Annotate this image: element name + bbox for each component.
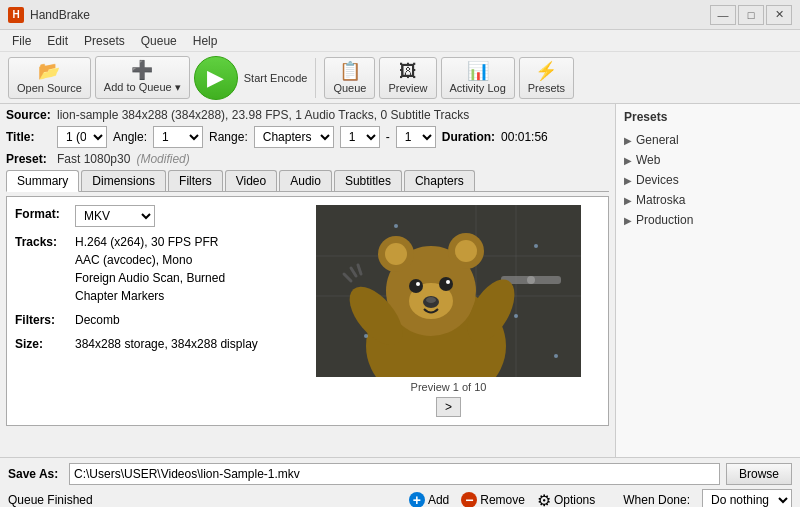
size-label: Size:	[15, 335, 75, 351]
svg-point-29	[534, 244, 538, 248]
to-chapter-dropdown[interactable]: 1	[396, 126, 436, 148]
source-row: Source: lion-sample 384x288 (384x288), 2…	[6, 108, 609, 122]
minimize-button[interactable]: —	[710, 5, 736, 25]
menu-edit[interactable]: Edit	[39, 32, 76, 50]
preview-image	[316, 205, 581, 377]
preset-arrow-devices: ▶	[624, 175, 632, 186]
open-source-label: Open Source	[17, 82, 82, 94]
preset-label-matroska: Matroska	[636, 193, 685, 207]
svg-point-13	[455, 240, 477, 262]
bottom-actions: + Add − Remove ⚙ Options When Done: Do n…	[409, 489, 792, 507]
options-label: Options	[554, 493, 595, 507]
preview-nav: >	[436, 397, 461, 417]
title-field-label: Title:	[6, 130, 51, 144]
queue-icon: 📋	[339, 62, 361, 80]
menu-presets[interactable]: Presets	[76, 32, 133, 50]
title-bar-buttons: — □ ✕	[710, 5, 792, 25]
source-value: lion-sample 384x288 (384x288), 23.98 FPS…	[57, 108, 469, 122]
queue-label: Queue	[333, 82, 366, 94]
svg-point-17	[416, 282, 420, 286]
open-source-icon: 📂	[38, 62, 60, 80]
track-line-3: Foreign Audio Scan, Burned	[75, 269, 285, 287]
title-dropdown[interactable]: 1 (00:01:56)	[57, 126, 107, 148]
to-separator: -	[386, 130, 390, 144]
size-row: Size: 384x288 storage, 384x288 display	[15, 335, 285, 353]
svg-point-12	[385, 243, 407, 265]
browse-button[interactable]: Browse	[726, 463, 792, 485]
tab-video[interactable]: Video	[225, 170, 277, 191]
tab-subtitles[interactable]: Subtitles	[334, 170, 402, 191]
add-label: Add	[428, 493, 449, 507]
format-row: Format: MKV	[15, 205, 285, 227]
when-done-dropdown[interactable]: Do nothing	[702, 489, 792, 507]
track-line-2: AAC (avcodec), Mono	[75, 251, 285, 269]
title-bar-text: HandBrake	[30, 8, 710, 22]
range-label: Range:	[209, 130, 248, 144]
tab-chapters[interactable]: Chapters	[404, 170, 475, 191]
preset-item-production[interactable]: ▶ Production	[616, 210, 800, 230]
remove-label: Remove	[480, 493, 525, 507]
remove-action[interactable]: − Remove	[461, 492, 525, 507]
svg-point-27	[394, 224, 398, 228]
preset-item-matroska[interactable]: ▶ Matroska	[616, 190, 800, 210]
presets-toolbar-icon: ⚡	[535, 62, 557, 80]
menu-queue[interactable]: Queue	[133, 32, 185, 50]
svg-point-26	[364, 334, 368, 338]
source-label: Source:	[6, 108, 51, 122]
preset-arrow-matroska: ▶	[624, 195, 632, 206]
svg-point-28	[514, 314, 518, 318]
from-chapter-dropdown[interactable]: 1	[340, 126, 380, 148]
range-dropdown[interactable]: Chapters	[254, 126, 334, 148]
filters-label: Filters:	[15, 311, 75, 327]
activity-log-button[interactable]: 📊 Activity Log	[441, 57, 515, 99]
presets-panel: Presets ▶ General ▶ Web ▶ Devices ▶ Matr…	[615, 104, 800, 457]
open-source-button[interactable]: 📂 Open Source	[8, 57, 91, 99]
activity-log-label: Activity Log	[450, 82, 506, 94]
angle-label: Angle:	[113, 130, 147, 144]
format-dropdown[interactable]: MKV	[75, 205, 155, 227]
preview-button[interactable]: 🖼 Preview	[379, 57, 436, 99]
remove-icon: −	[461, 492, 477, 507]
add-to-queue-button[interactable]: ➕ Add to Queue ▾	[95, 56, 190, 99]
presets-toolbar-label: Presets	[528, 82, 565, 94]
tab-audio[interactable]: Audio	[279, 170, 332, 191]
preset-arrow-web: ▶	[624, 155, 632, 166]
save-as-label: Save As:	[8, 467, 63, 481]
duration-label: Duration:	[442, 130, 495, 144]
tab-content: Format: MKV Tracks: H.264 (x264), 30 FPS…	[6, 196, 609, 426]
tracks-value: H.264 (x264), 30 FPS PFR AAC (avcodec), …	[75, 233, 285, 305]
preset-label-general: General	[636, 133, 679, 147]
tab-summary[interactable]: Summary	[6, 170, 79, 192]
queue-button[interactable]: 📋 Queue	[324, 57, 375, 99]
main-panel: Source: lion-sample 384x288 (384x288), 2…	[0, 104, 615, 457]
menu-help[interactable]: Help	[185, 32, 226, 50]
save-path-input[interactable]	[69, 463, 720, 485]
add-action[interactable]: + Add	[409, 492, 449, 507]
svg-point-30	[554, 354, 558, 358]
presets-toolbar-button[interactable]: ⚡ Presets	[519, 57, 574, 99]
tab-filters[interactable]: Filters	[168, 170, 223, 191]
presets-panel-title: Presets	[616, 108, 800, 130]
add-icon: +	[409, 492, 425, 507]
status-text: Queue Finished	[8, 493, 93, 507]
preset-item-general[interactable]: ▶ General	[616, 130, 800, 150]
close-button[interactable]: ✕	[766, 5, 792, 25]
preset-arrow-production: ▶	[624, 215, 632, 226]
tab-dimensions[interactable]: Dimensions	[81, 170, 166, 191]
maximize-button[interactable]: □	[738, 5, 764, 25]
preset-arrow-general: ▶	[624, 135, 632, 146]
options-action[interactable]: ⚙ Options	[537, 491, 595, 508]
activity-log-icon: 📊	[467, 62, 489, 80]
start-encode-button[interactable]: ▶	[194, 56, 238, 100]
preset-item-web[interactable]: ▶ Web	[616, 150, 800, 170]
menu-file[interactable]: File	[4, 32, 39, 50]
angle-dropdown[interactable]: 1	[153, 126, 203, 148]
track-line-1: H.264 (x264), 30 FPS PFR	[75, 233, 285, 251]
toolbar: 📂 Open Source ➕ Add to Queue ▾ ▶ Start E…	[0, 52, 800, 104]
preset-item-devices[interactable]: ▶ Devices	[616, 170, 800, 190]
preset-label: Preset:	[6, 152, 51, 166]
tabs-bar: Summary Dimensions Filters Video Audio S…	[6, 170, 609, 192]
preview-area: Preview 1 of 10 >	[297, 205, 600, 417]
status-row: Queue Finished + Add − Remove ⚙ Options …	[0, 487, 800, 507]
preview-next-button[interactable]: >	[436, 397, 461, 417]
